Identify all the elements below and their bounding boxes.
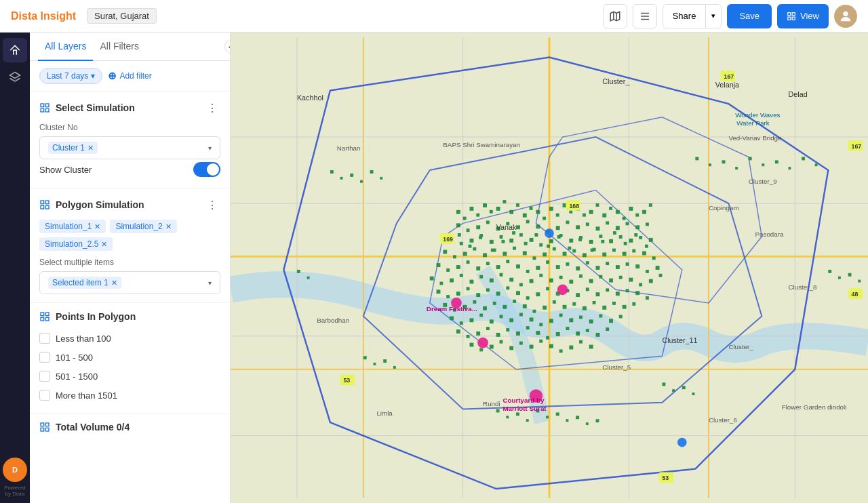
add-filter-btn[interactable]: ⊕ Add filter <box>108 70 151 82</box>
svg-text:53: 53 <box>662 475 669 481</box>
svg-rect-94 <box>635 225 639 229</box>
show-cluster-toggle[interactable] <box>193 162 220 177</box>
sim-tag-1-close[interactable]: ✕ <box>94 222 100 231</box>
avatar[interactable] <box>834 5 857 28</box>
svg-rect-206 <box>635 291 639 295</box>
sim-tag-2-close[interactable]: ✕ <box>165 222 172 231</box>
svg-rect-144 <box>486 262 490 265</box>
sim-tag-1-label: Simulation_1 <box>45 222 92 231</box>
svg-rect-203 <box>606 288 609 291</box>
polygon-menu-btn[interactable]: ⋮ <box>204 197 220 213</box>
cluster-select[interactable]: Cluster 1 ✕ ▾ <box>39 136 220 159</box>
save-button[interactable]: Save <box>727 4 772 28</box>
svg-rect-290 <box>815 163 818 166</box>
svg-rect-9 <box>792 17 795 20</box>
svg-rect-250 <box>496 333 500 337</box>
svg-rect-146 <box>506 260 509 263</box>
view-label: View <box>800 11 819 21</box>
svg-rect-152 <box>566 262 569 266</box>
svg-text:Cluster_6: Cluster_6 <box>709 416 737 424</box>
svg-rect-274 <box>589 345 593 349</box>
svg-rect-190 <box>476 293 480 297</box>
total-volume-label: Total Volume 0/4 <box>56 422 130 432</box>
svg-rect-155 <box>596 266 600 270</box>
simulation-menu-btn[interactable]: ⋮ <box>204 100 220 116</box>
svg-rect-222 <box>583 306 587 310</box>
svg-rect-118 <box>453 255 456 258</box>
svg-rect-196 <box>536 292 540 296</box>
svg-rect-154 <box>586 261 589 264</box>
sim-tag-1: Simulation_1 ✕ <box>39 220 106 233</box>
svg-rect-100 <box>490 240 494 244</box>
svg-text:Pasodara: Pasodara <box>755 230 784 238</box>
svg-text:Copingam: Copingam <box>709 204 739 212</box>
svg-rect-278 <box>360 180 363 183</box>
svg-rect-223 <box>593 301 596 304</box>
map-area[interactable]: Kachhol Cluster_ Delad Velanja Narthan B… <box>231 33 868 503</box>
tab-all-filters[interactable]: All Filters <box>93 33 146 61</box>
svg-rect-167 <box>479 275 483 279</box>
filter-less-100-checkbox[interactable] <box>39 333 50 344</box>
svg-rect-182 <box>629 278 633 282</box>
svg-rect-258 <box>576 331 580 336</box>
svg-rect-97 <box>460 242 463 245</box>
svg-rect-56 <box>523 214 527 218</box>
svg-rect-126 <box>533 256 536 260</box>
map-icon-btn[interactable] <box>603 4 627 28</box>
sidebar-collapse-btn[interactable]: ◀ <box>224 40 231 54</box>
cluster-tag-close[interactable]: ✕ <box>87 144 94 153</box>
filter-more-1501-checkbox[interactable] <box>39 390 50 401</box>
svg-rect-265 <box>500 340 503 344</box>
svg-rect-331 <box>624 242 627 245</box>
list-icon-btn[interactable] <box>633 4 657 28</box>
svg-rect-131 <box>583 253 587 257</box>
add-filter-label: Add filter <box>119 71 151 81</box>
svg-rect-230 <box>470 318 474 322</box>
nav-layers-icon[interactable] <box>3 65 27 89</box>
svg-rect-300 <box>506 416 509 418</box>
svg-rect-292 <box>374 363 376 365</box>
nav-strip: D Poweredby Dista <box>0 33 30 503</box>
sim-tag-25-close[interactable]: ✕ <box>101 240 107 249</box>
svg-rect-319 <box>491 249 494 252</box>
svg-rect-98 <box>470 239 474 243</box>
svg-rect-113 <box>619 235 623 239</box>
svg-rect-179 <box>599 275 602 279</box>
location-badge[interactable]: Surat, Gujarat <box>87 8 157 24</box>
svg-rect-240 <box>569 318 573 322</box>
svg-rect-316 <box>458 233 461 237</box>
nav-home-icon[interactable] <box>3 38 27 62</box>
multiple-select[interactable]: Selected item 1 ✕ ▾ <box>39 271 220 294</box>
selected-item-close[interactable]: ✕ <box>111 279 117 287</box>
svg-rect-125 <box>523 252 527 256</box>
svg-rect-326 <box>568 247 571 250</box>
svg-rect-90 <box>596 226 600 230</box>
svg-rect-207 <box>646 296 649 300</box>
share-dropdown-btn[interactable]: ▾ <box>705 5 721 28</box>
svg-rect-255 <box>546 336 549 340</box>
share-button[interactable]: Share <box>663 5 706 28</box>
view-button[interactable]: View <box>777 4 829 28</box>
svg-rect-214 <box>502 305 507 309</box>
svg-rect-259 <box>586 329 589 332</box>
svg-rect-320 <box>502 240 505 243</box>
filter-101-500-checkbox[interactable] <box>39 352 50 363</box>
date-filter-btn[interactable]: Last 7 days ▾ <box>39 68 102 84</box>
svg-rect-164 <box>450 279 454 283</box>
svg-rect-215 <box>513 300 516 303</box>
svg-rect-219 <box>553 300 556 304</box>
svg-rect-269 <box>539 340 542 343</box>
svg-rect-70 <box>616 210 620 214</box>
cluster-tag: Cluster 1 ✕ <box>48 142 98 154</box>
svg-rect-135 <box>623 252 627 256</box>
svg-rect-263 <box>479 348 483 351</box>
svg-rect-247 <box>467 335 470 338</box>
filter-501-1500-checkbox[interactable] <box>39 371 50 382</box>
svg-rect-95 <box>646 222 649 226</box>
svg-rect-121 <box>483 253 487 257</box>
tab-all-layers[interactable]: All Layers <box>38 33 93 61</box>
svg-rect-92 <box>616 226 620 230</box>
polygon2-icon <box>39 311 50 322</box>
svg-rect-77 <box>467 228 470 232</box>
svg-rect-279 <box>370 170 374 174</box>
